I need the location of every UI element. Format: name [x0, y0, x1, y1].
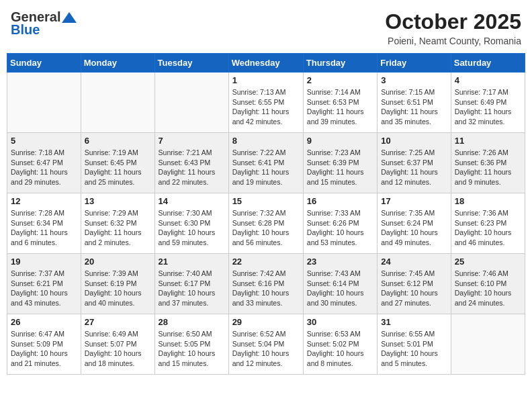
day-info: Sunrise: 7:45 AM Sunset: 6:12 PM Dayligh… [381, 269, 447, 308]
calendar-cell: 3Sunrise: 7:15 AM Sunset: 6:51 PM Daylig… [378, 73, 451, 133]
day-info: Sunrise: 6:47 AM Sunset: 5:09 PM Dayligh… [11, 329, 77, 369]
day-number: 12 [11, 196, 77, 206]
day-number: 1 [232, 75, 300, 85]
day-info: Sunrise: 7:35 AM Sunset: 6:24 PM Dayligh… [381, 208, 447, 248]
calendar-week-row: 1Sunrise: 7:13 AM Sunset: 6:55 PM Daylig… [7, 73, 525, 133]
day-number: 30 [307, 317, 373, 327]
weekday-header-saturday: Saturday [451, 54, 525, 73]
day-number: 7 [159, 136, 225, 146]
day-number: 25 [455, 257, 521, 267]
calendar-week-row: 26Sunrise: 6:47 AM Sunset: 5:09 PM Dayli… [7, 314, 525, 375]
calendar-cell: 19Sunrise: 7:37 AM Sunset: 6:21 PM Dayli… [7, 254, 81, 314]
calendar-cell: 16Sunrise: 7:33 AM Sunset: 6:26 PM Dayli… [303, 193, 377, 254]
day-info: Sunrise: 6:52 AM Sunset: 5:04 PM Dayligh… [232, 329, 300, 369]
calendar-cell [7, 73, 81, 133]
day-info: Sunrise: 7:29 AM Sunset: 6:32 PM Dayligh… [85, 208, 151, 248]
day-info: Sunrise: 7:39 AM Sunset: 6:19 PM Dayligh… [85, 269, 151, 308]
calendar-cell [154, 73, 228, 133]
calendar-cell: 25Sunrise: 7:46 AM Sunset: 6:10 PM Dayli… [451, 254, 525, 314]
day-info: Sunrise: 7:28 AM Sunset: 6:34 PM Dayligh… [11, 208, 77, 248]
day-number: 2 [307, 75, 373, 85]
calendar-cell: 15Sunrise: 7:32 AM Sunset: 6:28 PM Dayli… [228, 193, 303, 254]
day-number: 17 [381, 196, 447, 206]
day-info: Sunrise: 7:46 AM Sunset: 6:10 PM Dayligh… [455, 269, 521, 308]
day-info: Sunrise: 7:18 AM Sunset: 6:47 PM Dayligh… [11, 148, 77, 187]
day-number: 4 [455, 75, 521, 85]
day-number: 15 [232, 196, 300, 206]
logo-icon [62, 11, 77, 24]
day-info: Sunrise: 6:55 AM Sunset: 5:01 PM Dayligh… [381, 329, 447, 369]
weekday-header-wednesday: Wednesday [228, 54, 303, 73]
weekday-header-sunday: Sunday [7, 54, 81, 73]
day-number: 18 [455, 196, 521, 206]
day-info: Sunrise: 7:17 AM Sunset: 6:49 PM Dayligh… [455, 87, 521, 127]
weekday-header-row: SundayMondayTuesdayWednesdayThursdayFrid… [7, 54, 525, 73]
day-info: Sunrise: 7:26 AM Sunset: 6:36 PM Dayligh… [455, 148, 521, 187]
calendar-cell: 14Sunrise: 7:30 AM Sunset: 6:30 PM Dayli… [154, 193, 228, 254]
weekday-header-monday: Monday [81, 54, 154, 73]
calendar-cell: 10Sunrise: 7:25 AM Sunset: 6:37 PM Dayli… [378, 133, 451, 193]
day-number: 9 [307, 136, 373, 146]
day-info: Sunrise: 7:25 AM Sunset: 6:37 PM Dayligh… [381, 148, 447, 187]
day-number: 28 [159, 317, 225, 327]
calendar-cell: 4Sunrise: 7:17 AM Sunset: 6:49 PM Daylig… [451, 73, 525, 133]
day-info: Sunrise: 7:23 AM Sunset: 6:39 PM Dayligh… [307, 148, 373, 187]
calendar-cell: 28Sunrise: 6:50 AM Sunset: 5:05 PM Dayli… [154, 314, 228, 375]
calendar-cell: 11Sunrise: 7:26 AM Sunset: 6:36 PM Dayli… [451, 133, 525, 193]
day-info: Sunrise: 7:37 AM Sunset: 6:21 PM Dayligh… [11, 269, 77, 308]
calendar-week-row: 12Sunrise: 7:28 AM Sunset: 6:34 PM Dayli… [7, 193, 525, 254]
calendar-cell: 20Sunrise: 7:39 AM Sunset: 6:19 PM Dayli… [81, 254, 154, 314]
day-number: 27 [85, 317, 151, 327]
day-number: 24 [381, 257, 447, 267]
calendar-cell: 5Sunrise: 7:18 AM Sunset: 6:47 PM Daylig… [7, 133, 81, 193]
header: General Blue October 2025 Poieni, Neamt … [7, 7, 525, 49]
calendar-cell: 6Sunrise: 7:19 AM Sunset: 6:45 PM Daylig… [81, 133, 154, 193]
day-info: Sunrise: 7:40 AM Sunset: 6:17 PM Dayligh… [159, 269, 225, 308]
calendar-cell: 18Sunrise: 7:36 AM Sunset: 6:23 PM Dayli… [451, 193, 525, 254]
logo: General Blue [11, 9, 78, 38]
day-info: Sunrise: 7:33 AM Sunset: 6:26 PM Dayligh… [307, 208, 373, 248]
calendar-cell: 22Sunrise: 7:42 AM Sunset: 6:16 PM Dayli… [228, 254, 303, 314]
weekday-header-thursday: Thursday [303, 54, 377, 73]
calendar-cell: 13Sunrise: 7:29 AM Sunset: 6:32 PM Dayli… [81, 193, 154, 254]
day-number: 21 [159, 257, 225, 267]
calendar-cell: 12Sunrise: 7:28 AM Sunset: 6:34 PM Dayli… [7, 193, 81, 254]
weekday-header-tuesday: Tuesday [154, 54, 228, 73]
day-number: 11 [455, 136, 521, 146]
day-number: 6 [85, 136, 151, 146]
day-info: Sunrise: 7:43 AM Sunset: 6:14 PM Dayligh… [307, 269, 373, 308]
day-info: Sunrise: 7:42 AM Sunset: 6:16 PM Dayligh… [232, 269, 300, 308]
day-number: 29 [232, 317, 300, 327]
day-info: Sunrise: 7:15 AM Sunset: 6:51 PM Dayligh… [381, 87, 447, 127]
day-number: 20 [85, 257, 151, 267]
calendar-week-row: 5Sunrise: 7:18 AM Sunset: 6:47 PM Daylig… [7, 133, 525, 193]
day-number: 13 [85, 196, 151, 206]
calendar-cell: 27Sunrise: 6:49 AM Sunset: 5:07 PM Dayli… [81, 314, 154, 375]
calendar-week-row: 19Sunrise: 7:37 AM Sunset: 6:21 PM Dayli… [7, 254, 525, 314]
calendar-cell: 8Sunrise: 7:22 AM Sunset: 6:41 PM Daylig… [228, 133, 303, 193]
calendar-cell: 31Sunrise: 6:55 AM Sunset: 5:01 PM Dayli… [378, 314, 451, 375]
calendar-cell: 29Sunrise: 6:52 AM Sunset: 5:04 PM Dayli… [228, 314, 303, 375]
day-info: Sunrise: 7:36 AM Sunset: 6:23 PM Dayligh… [455, 208, 521, 248]
day-info: Sunrise: 7:30 AM Sunset: 6:30 PM Dayligh… [159, 208, 225, 248]
day-number: 3 [381, 75, 447, 85]
calendar-cell [451, 314, 525, 375]
calendar-cell: 17Sunrise: 7:35 AM Sunset: 6:24 PM Dayli… [378, 193, 451, 254]
calendar-cell: 9Sunrise: 7:23 AM Sunset: 6:39 PM Daylig… [303, 133, 377, 193]
day-info: Sunrise: 7:19 AM Sunset: 6:45 PM Dayligh… [85, 148, 151, 187]
calendar-cell: 23Sunrise: 7:43 AM Sunset: 6:14 PM Dayli… [303, 254, 377, 314]
month-title: October 2025 [385, 9, 521, 34]
calendar-cell: 24Sunrise: 7:45 AM Sunset: 6:12 PM Dayli… [378, 254, 451, 314]
day-number: 14 [159, 196, 225, 206]
day-info: Sunrise: 7:32 AM Sunset: 6:28 PM Dayligh… [232, 208, 300, 248]
day-info: Sunrise: 6:49 AM Sunset: 5:07 PM Dayligh… [85, 329, 151, 369]
day-info: Sunrise: 7:14 AM Sunset: 6:53 PM Dayligh… [307, 87, 373, 127]
day-number: 5 [11, 136, 77, 146]
day-info: Sunrise: 7:22 AM Sunset: 6:41 PM Dayligh… [232, 148, 300, 187]
day-number: 26 [11, 317, 77, 327]
calendar-cell: 26Sunrise: 6:47 AM Sunset: 5:09 PM Dayli… [7, 314, 81, 375]
location-title: Poieni, Neamt County, Romania [385, 36, 521, 46]
day-info: Sunrise: 6:53 AM Sunset: 5:02 PM Dayligh… [307, 329, 373, 369]
day-info: Sunrise: 6:50 AM Sunset: 5:05 PM Dayligh… [159, 329, 225, 369]
calendar-cell: 21Sunrise: 7:40 AM Sunset: 6:17 PM Dayli… [154, 254, 228, 314]
